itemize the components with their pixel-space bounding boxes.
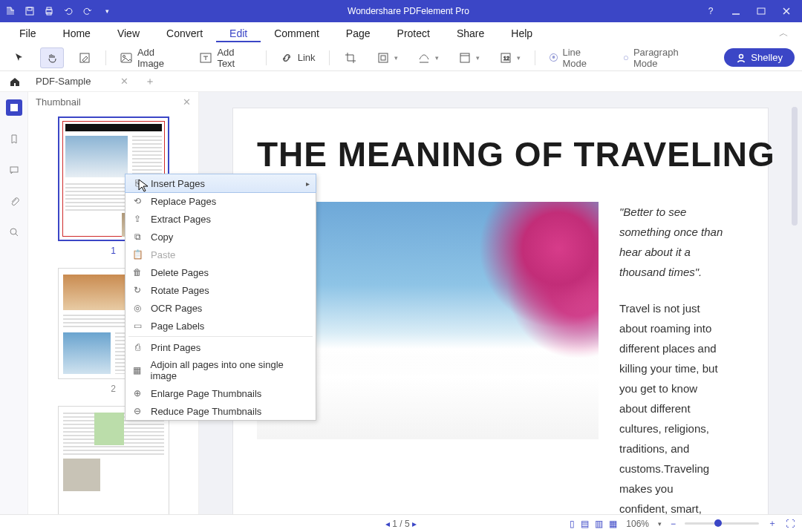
main-area: Thumbnail ✕ 1 2 THE MEANING OF TRAVELING: [0, 92, 802, 514]
add-tab-icon[interactable]: ＋: [142, 75, 158, 88]
collapse-ribbon-icon[interactable]: ︿: [772, 24, 796, 43]
watermark-icon[interactable]: ▾: [371, 47, 403, 68]
zoom-out-button[interactable]: −: [671, 519, 676, 529]
menu-protect[interactable]: Protect: [384, 24, 443, 42]
zoom-slider[interactable]: [685, 522, 759, 525]
view-two-cont-icon[interactable]: ▦: [609, 519, 617, 529]
menu-page[interactable]: Page: [333, 24, 384, 42]
ctx-page-labels[interactable]: ▭Page Labels: [125, 317, 316, 335]
bookmarks-rail-icon[interactable]: [6, 131, 22, 147]
edit-all-tool-icon[interactable]: [73, 47, 97, 68]
close-panel-icon[interactable]: ✕: [183, 96, 191, 108]
link-button[interactable]: Link: [276, 48, 320, 68]
line-mode-button[interactable]: ⦿ Line Mode: [544, 44, 610, 72]
page-position[interactable]: ◂ 1 / 5 ▸: [385, 519, 417, 529]
print-icon[interactable]: [43, 5, 55, 17]
document-tab-bar: PDF-Sample ✕ ＋: [0, 71, 802, 92]
svg-rect-18: [10, 104, 18, 111]
close-tab-icon[interactable]: ✕: [120, 76, 128, 87]
redo-icon[interactable]: [82, 5, 94, 17]
delete-pages-icon: 🗑: [131, 266, 143, 278]
add-image-label: Add Image: [137, 47, 181, 69]
qa-dropdown-icon[interactable]: ▾: [101, 5, 113, 17]
close-button[interactable]: [780, 4, 793, 18]
svg-rect-11: [379, 53, 388, 62]
user-pill[interactable]: Shelley: [724, 48, 795, 67]
ctx-adjoin-pages[interactable]: ▦Adjoin all pages into one single image: [125, 356, 316, 384]
fullscreen-icon[interactable]: ⛶: [786, 519, 795, 529]
add-text-button[interactable]: Add Text: [195, 44, 256, 72]
view-continuous-icon[interactable]: ▤: [581, 519, 589, 529]
maximize-button[interactable]: [754, 4, 768, 18]
toolbar: Add Image Add Text Link ▾ ▾ ▾ 12▾ ⦿ Line…: [0, 45, 802, 71]
adjoin-icon: ▦: [131, 364, 143, 376]
menu-help[interactable]: Help: [498, 24, 546, 42]
copy-icon: ⧉: [131, 231, 143, 243]
ctx-rotate-pages[interactable]: ↻Rotate Pages: [125, 281, 316, 299]
viewport-scrollbar[interactable]: [792, 107, 798, 226]
svg-point-9: [123, 55, 125, 57]
save-icon[interactable]: [24, 5, 36, 17]
ctx-insert-pages[interactable]: ⎘Insert Pages▸: [125, 174, 316, 193]
ctx-ocr-pages[interactable]: ◎OCR Pages: [125, 299, 316, 317]
undo-icon[interactable]: [62, 5, 74, 17]
view-two-icon[interactable]: ▥: [595, 519, 603, 529]
extract-pages-icon: ⇪: [131, 213, 143, 225]
view-single-icon[interactable]: ▯: [570, 519, 575, 529]
svg-rect-3: [47, 7, 51, 10]
thumbnail-panel-title: Thumbnail: [36, 96, 81, 108]
ctx-copy[interactable]: ⧉Copy: [125, 228, 316, 246]
background-icon[interactable]: ▾: [412, 47, 444, 68]
zoom-dropdown-icon[interactable]: ▾: [658, 520, 662, 528]
add-image-button[interactable]: Add Image: [115, 44, 186, 72]
menu-convert[interactable]: Convert: [153, 24, 216, 42]
document-tab[interactable]: PDF-Sample ✕: [30, 73, 134, 90]
bates-icon[interactable]: 12▾: [494, 47, 526, 68]
rotate-pages-icon: ↻: [131, 284, 143, 296]
ctx-paste: 📋Paste: [125, 246, 316, 263]
menu-edit[interactable]: Edit: [216, 24, 261, 42]
thumbnails-rail-icon[interactable]: [6, 99, 22, 116]
help-icon[interactable]: ?: [704, 4, 717, 18]
paragraph-mode-label: Paragraph Mode: [633, 47, 702, 69]
menu-file[interactable]: File: [6, 24, 50, 42]
ctx-extract-pages[interactable]: ⇪Extract Pages: [125, 210, 316, 228]
menu-comment[interactable]: Comment: [261, 24, 333, 42]
svg-point-17: [740, 54, 743, 58]
svg-rect-12: [381, 56, 385, 60]
crop-icon[interactable]: [339, 47, 362, 68]
svg-text:12: 12: [503, 56, 509, 61]
ocr-pages-icon: ◎: [131, 302, 143, 314]
ctx-print-pages[interactable]: ⎙Print Pages: [125, 338, 316, 356]
ctx-enlarge-thumbs[interactable]: ⊕Enlarge Page Thumbnails: [125, 384, 316, 402]
zoom-value: 106%: [626, 519, 649, 529]
minimize-button[interactable]: [729, 4, 743, 18]
link-label: Link: [298, 52, 316, 63]
menu-view[interactable]: View: [104, 24, 153, 42]
app-title: Wondershare PDFelement Pro: [113, 6, 704, 16]
line-mode-label: Line Mode: [563, 47, 606, 69]
menu-share[interactable]: Share: [443, 24, 498, 42]
svg-rect-6: [757, 8, 765, 14]
search-rail-icon[interactable]: [6, 224, 22, 240]
menu-home[interactable]: Home: [50, 24, 104, 42]
ctx-delete-pages[interactable]: 🗑Delete Pages: [125, 263, 316, 281]
ctx-reduce-thumbs[interactable]: ⊖Reduce Page Thumbnails: [125, 402, 316, 420]
select-tool-icon[interactable]: [7, 47, 31, 68]
page-heading: THE MEANING OF TRAVELING: [257, 135, 775, 174]
page-labels-icon: ▭: [131, 320, 143, 332]
zoom-in-button[interactable]: ＋: [768, 517, 777, 530]
insert-pages-icon: ⎘: [131, 177, 143, 189]
titlebar: ▾ Wondershare PDFelement Pro ?: [0, 0, 802, 22]
ctx-replace-pages[interactable]: ⟲Replace Pages: [125, 192, 316, 210]
comments-rail-icon[interactable]: [6, 162, 22, 178]
user-icon: [736, 53, 746, 63]
thumbnail-page-3[interactable]: [58, 406, 169, 514]
header-footer-icon[interactable]: ▾: [453, 47, 485, 68]
paragraph-mode-button[interactable]: ○ Paragraph Mode: [619, 44, 706, 72]
attachments-rail-icon[interactable]: [6, 193, 22, 209]
home-icon[interactable]: [7, 76, 22, 88]
zoom-out-icon: ⊖: [131, 405, 143, 417]
context-menu: ⎘Insert Pages▸ ⟲Replace Pages ⇪Extract P…: [125, 174, 316, 421]
hand-tool-icon[interactable]: [40, 47, 64, 68]
